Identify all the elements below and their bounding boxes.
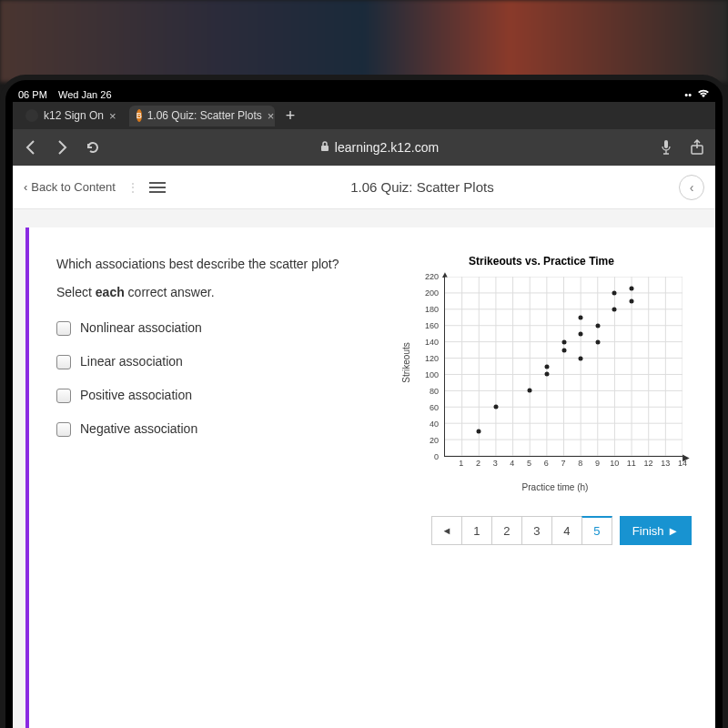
option-linear[interactable]: Linear association (56, 352, 373, 371)
finish-button[interactable]: Finish ► (620, 516, 692, 545)
x-tick: 3 (493, 459, 498, 468)
y-tick: 80 (430, 387, 439, 396)
option-positive[interactable]: Positive association (56, 386, 373, 405)
checkbox-icon[interactable] (56, 389, 71, 403)
reload-icon[interactable] (84, 138, 102, 157)
option-label: Negative association (80, 420, 197, 439)
data-point (579, 331, 583, 336)
y-tick: 180 (425, 305, 439, 314)
x-tick: 12 (644, 459, 653, 468)
wifi-icon (697, 89, 710, 100)
y-tick: 160 (425, 321, 439, 330)
address-bar[interactable]: learning2.k12.com (115, 140, 644, 155)
tab-signon[interactable]: k12 Sign On × (18, 106, 124, 126)
browser-tabstrip: k12 Sign On × B 1.06 Quiz: Scatter Plots… (13, 102, 715, 129)
data-point (579, 315, 583, 319)
option-label: Nonlinear association (80, 318, 202, 338)
data-point (595, 339, 600, 344)
y-tick: 220 (425, 272, 439, 281)
x-tick: 5 (527, 459, 531, 468)
x-tick: 13 (661, 459, 670, 468)
y-tick: 20 (430, 436, 439, 445)
y-tick: 200 (425, 288, 439, 298)
chevron-left-icon: ‹ (24, 180, 27, 194)
x-tick: 1 (459, 459, 463, 468)
x-tick: 9 (595, 459, 600, 468)
prev-question-circle[interactable]: ‹ (679, 175, 704, 200)
data-point (612, 307, 617, 311)
page-title: 1.06 Quiz: Scatter Plots (166, 179, 679, 195)
data-point (544, 364, 549, 369)
hamburger-icon[interactable] (149, 182, 166, 193)
close-icon[interactable]: × (109, 109, 116, 123)
chart-title: Strikeouts vs. Practice Time (391, 255, 692, 268)
lock-icon (320, 140, 329, 155)
pager-page-4[interactable]: 4 (551, 516, 582, 545)
x-tick: 4 (510, 459, 514, 468)
pager-page-5[interactable]: 5 (581, 516, 612, 545)
y-axis-label: Strikeouts (401, 342, 411, 382)
y-tick: 0 (434, 452, 439, 461)
tab-quiz[interactable]: B 1.06 Quiz: Scatter Plots × (129, 106, 275, 126)
chart-canvas: Strikeouts ▲ ▶ 0204060801001201401601802… (419, 271, 692, 480)
scatter-chart: Strikeouts vs. Practice Time Strikeouts … (391, 255, 692, 492)
chevron-left-icon: ‹ (690, 180, 694, 195)
tab-label: 1.06 Quiz: Scatter Plots (147, 109, 262, 122)
svg-rect-1 (664, 140, 668, 148)
data-point (544, 372, 549, 377)
data-point (612, 290, 617, 295)
x-axis-label: Practice time (h) (419, 482, 692, 492)
quiz-header: ‹ Back to Content ⋮ 1.06 Quiz: Scatter P… (13, 166, 715, 209)
pager-page-1[interactable]: 1 (461, 516, 492, 545)
back-icon[interactable] (22, 138, 40, 157)
data-point (477, 430, 481, 434)
pager: ◄ 1 2 3 4 5 Finish ► (391, 516, 692, 545)
checkbox-icon[interactable] (56, 321, 71, 336)
y-tick: 40 (430, 420, 439, 429)
pager-page-2[interactable]: 2 (491, 516, 522, 545)
ipad-status-bar: 06 PM Wed Jan 26 •• (13, 87, 715, 102)
option-nonlinear[interactable]: Nonlinear association (56, 318, 373, 338)
y-tick: 120 (425, 354, 439, 363)
finish-label: Finish (632, 524, 664, 538)
page-content: ‹ Back to Content ⋮ 1.06 Quiz: Scatter P… (13, 166, 715, 728)
question-card: Which associations best describe the sca… (25, 228, 715, 728)
y-tick: 100 (425, 370, 439, 379)
forward-icon[interactable] (53, 138, 71, 157)
back-to-content-link[interactable]: ‹ Back to Content (24, 180, 116, 194)
checkbox-icon[interactable] (56, 422, 71, 437)
question-prompt: Which associations best describe the sca… (56, 255, 373, 274)
x-tick: 14 (678, 459, 687, 468)
favicon-icon: B (136, 109, 142, 122)
pager-prev[interactable]: ◄ (431, 516, 462, 545)
x-tick: 2 (476, 459, 480, 468)
x-tick: 10 (610, 459, 619, 468)
status-date: Wed Jan 26 (58, 89, 112, 100)
data-point (595, 323, 600, 328)
x-tick: 7 (561, 459, 565, 468)
vertical-dots-icon[interactable]: ⋮ (126, 180, 138, 195)
options-list: Nonlinear association Linear association… (56, 318, 373, 439)
x-tick: 6 (544, 459, 549, 468)
y-tick: 140 (425, 338, 439, 347)
data-point (561, 339, 566, 344)
option-label: Linear association (80, 352, 183, 371)
question-right: Strikeouts vs. Practice Time Strikeouts … (391, 255, 692, 545)
address-host: learning2.k12.com (335, 140, 439, 155)
quiz-body: Which associations best describe the sca… (13, 209, 715, 728)
data-point (561, 348, 566, 352)
close-icon[interactable]: × (268, 109, 275, 123)
data-point (630, 298, 634, 303)
signal-icon: •• (684, 89, 692, 100)
mic-icon[interactable] (657, 138, 675, 157)
share-icon[interactable] (688, 138, 706, 157)
checkbox-icon[interactable] (56, 355, 71, 369)
option-negative[interactable]: Negative association (56, 420, 373, 439)
browser-toolbar: learning2.k12.com (13, 129, 715, 166)
new-tab-button[interactable]: + (280, 106, 301, 126)
tab-label: k12 Sign On (44, 109, 104, 122)
data-point (493, 405, 498, 410)
data-point (579, 356, 583, 360)
data-point (528, 389, 532, 393)
pager-page-3[interactable]: 3 (521, 516, 552, 545)
